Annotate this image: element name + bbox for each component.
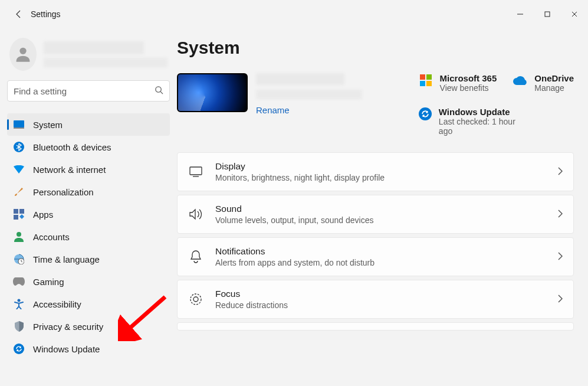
rename-link[interactable]: Rename	[256, 105, 362, 115]
sidebar-item-label: System	[33, 120, 63, 130]
svg-rect-17	[426, 81, 432, 86]
promo-windows-update[interactable]: Windows Update Last checked: 1 hour ago	[419, 107, 525, 136]
chevron-right-icon	[558, 167, 563, 177]
sidebar-item-gaming[interactable]: Gaming	[7, 270, 170, 293]
bell-icon	[188, 250, 203, 263]
focus-icon	[188, 293, 203, 306]
person-icon	[13, 231, 25, 243]
svg-rect-3	[14, 120, 24, 127]
promo-onedrive[interactable]: OneDrive Manage	[513, 73, 574, 93]
svg-rect-6	[14, 209, 18, 214]
svg-point-13	[14, 344, 24, 354]
chevron-right-icon	[558, 210, 563, 220]
sidebar-item-label: Time & language	[33, 254, 100, 264]
svg-point-20	[190, 294, 201, 305]
sidebar: System Bluetooth & devices Network & int…	[0, 28, 177, 386]
card-title: Display	[215, 161, 546, 172]
close-button[interactable]	[561, 5, 588, 24]
svg-rect-4	[14, 127, 24, 129]
card-sub: Alerts from apps and system, do not dist…	[215, 258, 546, 267]
minimize-button[interactable]	[507, 5, 534, 24]
sidebar-item-system[interactable]: System	[7, 113, 170, 136]
svg-rect-14	[420, 74, 425, 80]
promo-sub: Manage	[534, 83, 574, 93]
card-focus[interactable]: Focus Reduce distractions	[177, 280, 574, 319]
sidebar-item-label: Accessibility	[33, 299, 81, 309]
promo-m365[interactable]: Microsoft 365 View benefits	[419, 73, 497, 93]
svg-point-9	[17, 232, 21, 237]
profile-email	[44, 58, 167, 67]
apps-icon	[13, 208, 25, 220]
accessibility-icon	[13, 298, 25, 310]
svg-point-2	[156, 87, 161, 92]
sidebar-item-label: Privacy & security	[33, 322, 103, 332]
svg-rect-8	[14, 215, 18, 220]
card-title: Notifications	[215, 246, 546, 257]
profile-name	[44, 41, 144, 54]
card-notifications[interactable]: Notifications Alerts from apps and syste…	[177, 237, 574, 276]
search-input[interactable]	[14, 86, 155, 96]
promo-sub: View benefits	[440, 83, 497, 93]
sidebar-item-label: Accounts	[33, 232, 70, 242]
settings-card-list: Display Monitors, brightness, night ligh…	[177, 152, 574, 331]
page-title: System	[177, 38, 574, 58]
promo-sub: Last checked: 1 hour ago	[439, 117, 525, 136]
search-box[interactable]	[7, 80, 170, 102]
chevron-right-icon	[558, 295, 563, 305]
maximize-button[interactable]	[534, 5, 561, 24]
sidebar-item-label: Bluetooth & devices	[33, 142, 111, 152]
sidebar-item-apps[interactable]: Apps	[7, 203, 170, 225]
sidebar-item-personalization[interactable]: Personalization	[7, 181, 170, 203]
svg-point-21	[193, 297, 198, 302]
cloud-icon	[513, 73, 527, 87]
sidebar-item-network[interactable]: Network & internet	[7, 158, 170, 181]
sidebar-item-privacy[interactable]: Privacy & security	[7, 315, 170, 338]
svg-rect-0	[545, 12, 550, 17]
hero-row: Rename Microsoft 365 View benefits	[177, 73, 574, 136]
wifi-icon	[13, 163, 25, 175]
sidebar-item-accounts[interactable]: Accounts	[7, 225, 170, 248]
sidebar-item-label: Windows Update	[33, 344, 100, 354]
svg-rect-7	[19, 209, 24, 214]
shield-icon	[13, 320, 25, 332]
update-icon	[13, 343, 25, 355]
card-title: Sound	[215, 204, 546, 214]
svg-rect-15	[426, 74, 432, 80]
update-icon	[419, 107, 432, 121]
sidebar-item-label: Personalization	[33, 187, 94, 197]
svg-point-18	[419, 107, 432, 120]
window-title: Settings	[31, 9, 61, 19]
promo-title: Windows Update	[439, 107, 525, 117]
card-partial[interactable]	[177, 322, 574, 331]
card-title: Focus	[215, 289, 546, 299]
device-thumbnail[interactable]	[177, 73, 248, 112]
sidebar-item-time[interactable]: Time & language	[7, 248, 170, 270]
promo-title: Microsoft 365	[440, 73, 497, 83]
device-model	[256, 90, 362, 99]
monitor-icon	[188, 166, 203, 177]
back-button[interactable]	[9, 9, 28, 19]
svg-point-12	[18, 299, 21, 302]
svg-rect-19	[190, 167, 202, 175]
card-display[interactable]: Display Monitors, brightness, night ligh…	[177, 152, 574, 191]
gamepad-icon	[13, 276, 25, 287]
brush-icon	[13, 186, 25, 198]
nav-list: System Bluetooth & devices Network & int…	[7, 113, 170, 360]
display-icon	[13, 119, 25, 130]
device-name	[256, 73, 344, 85]
avatar	[9, 38, 37, 71]
sidebar-item-label: Gaming	[33, 277, 64, 287]
microsoft-icon	[419, 73, 433, 87]
search-icon	[155, 86, 163, 96]
card-sound[interactable]: Sound Volume levels, output, input, soun…	[177, 195, 574, 234]
sidebar-item-bluetooth[interactable]: Bluetooth & devices	[7, 136, 170, 158]
sidebar-item-label: Network & internet	[33, 165, 106, 175]
promo-title: OneDrive	[534, 73, 574, 83]
sidebar-item-accessibility[interactable]: Accessibility	[7, 293, 170, 315]
chevron-right-icon	[558, 252, 563, 262]
profile-block[interactable]	[7, 35, 170, 80]
svg-rect-16	[420, 81, 425, 86]
globe-clock-icon	[13, 253, 25, 265]
sidebar-item-windows-update[interactable]: Windows Update	[7, 338, 170, 360]
card-sub: Reduce distractions	[215, 300, 546, 310]
